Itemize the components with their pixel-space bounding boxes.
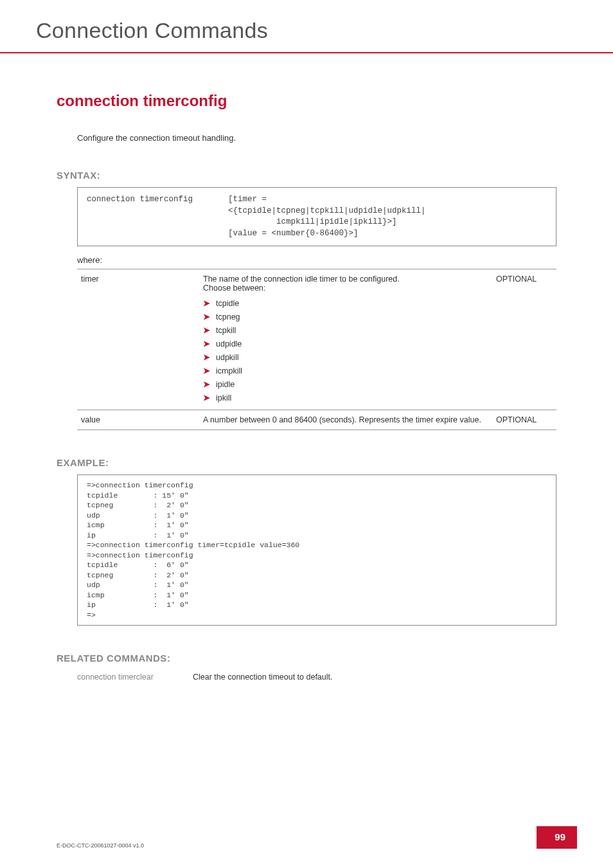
list-item: ➤tcpidle [203, 296, 486, 310]
chapter-title: Connection Commands [0, 0, 613, 43]
arrow-icon: ➤ [203, 325, 212, 335]
syntax-heading: SYNTAX: [57, 170, 556, 181]
command-name: connection timerconfig [57, 92, 556, 110]
arrow-icon: ➤ [203, 393, 212, 402]
page-footer: E-DOC-CTC-20061027-0004 v1.0 99 [0, 826, 613, 849]
choice-text: ipkill [216, 393, 231, 402]
example-heading: EXAMPLE: [57, 457, 556, 468]
syntax-args: [timer = <{tcpidle|tcpneg|tcpkill|udpidl… [228, 194, 426, 239]
table-row: value A number between 0 and 86400 (seco… [77, 410, 556, 430]
list-item: ➤tcpneg [203, 310, 486, 323]
related-command-desc: Clear the connection timeout to default. [193, 673, 333, 682]
choice-text: icmpkill [216, 366, 242, 375]
list-item: ➤udpkill [203, 350, 486, 364]
table-row: timer The name of the connection idle ti… [77, 269, 556, 410]
choice-text: ipidle [216, 380, 235, 389]
page-content: connection timerconfig Configure the con… [0, 92, 613, 682]
list-item: ➤udpidle [203, 337, 486, 350]
param-desc: The name of the connection idle timer to… [199, 269, 492, 410]
list-item: ➤icmpkill [203, 364, 486, 377]
arrow-icon: ➤ [203, 366, 212, 375]
related-command-name: connection timerclear [77, 673, 193, 682]
param-name: timer [77, 269, 199, 410]
param-desc: A number between 0 and 86400 (seconds). … [199, 410, 492, 430]
arrow-icon: ➤ [203, 339, 212, 348]
header-rule [0, 52, 613, 53]
footer-row: E-DOC-CTC-20061027-0004 v1.0 99 [57, 826, 577, 849]
choice-text: tcpneg [216, 312, 240, 321]
arrow-icon: ➤ [203, 298, 212, 308]
params-table: timer The name of the connection idle ti… [77, 269, 556, 430]
param-desc-text: The name of the connection idle timer to… [203, 275, 400, 293]
choices-list: ➤tcpidle ➤tcpneg ➤tcpkill ➤udpidle ➤udpk… [203, 296, 486, 404]
doc-id: E-DOC-CTC-20061027-0004 v1.0 [57, 842, 144, 849]
arrow-icon: ➤ [203, 352, 212, 362]
where-label: where: [77, 255, 556, 265]
arrow-icon: ➤ [203, 312, 212, 321]
list-item: ➤ipidle [203, 377, 486, 391]
example-box: =>connection timerconfig tcpidle : 15' 0… [77, 475, 556, 626]
syntax-cmd: connection timerconfig [87, 194, 228, 206]
syntax-box: connection timerconfig[timer = <{tcpidle… [77, 187, 556, 246]
page-number-badge: 99 [537, 826, 577, 849]
choice-text: tcpkill [216, 326, 236, 335]
arrow-icon: ➤ [203, 379, 212, 389]
list-item: ➤ipkill [203, 391, 486, 404]
command-summary: Configure the connection timeout handlin… [77, 133, 556, 143]
param-optionality: OPTIONAL [492, 269, 556, 410]
related-row: connection timerclear Clear the connecti… [77, 673, 556, 682]
list-item: ➤tcpkill [203, 323, 486, 337]
param-optionality: OPTIONAL [492, 410, 556, 430]
choice-text: udpidle [216, 339, 242, 348]
param-name: value [77, 410, 199, 430]
choice-text: tcpidle [216, 299, 239, 308]
related-heading: RELATED COMMANDS: [57, 653, 556, 664]
choice-text: udpkill [216, 353, 238, 362]
